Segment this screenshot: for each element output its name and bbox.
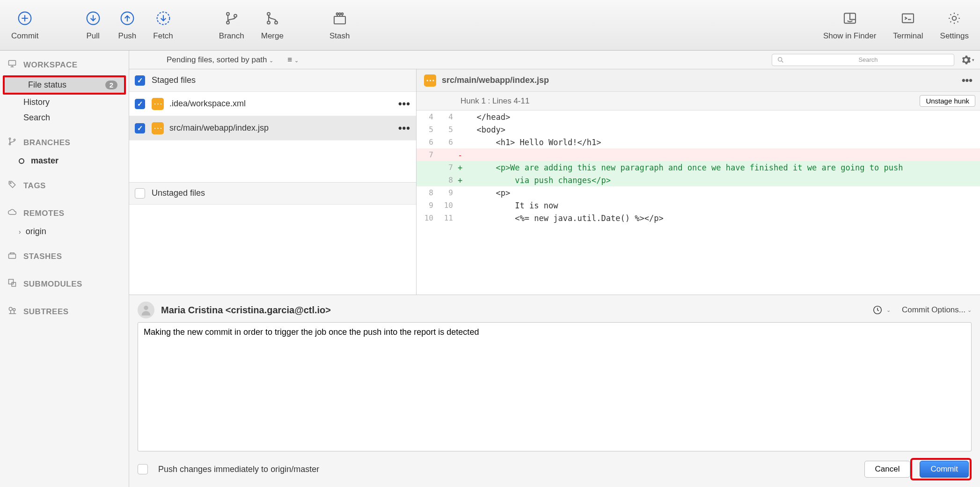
remotes-header[interactable]: REMOTES (0, 203, 129, 224)
push-button[interactable]: Push (112, 7, 143, 44)
submodule-icon (7, 278, 19, 290)
cancel-button[interactable]: Cancel (864, 461, 911, 478)
file-checkbox[interactable] (135, 123, 145, 133)
push-immediately-checkbox[interactable] (138, 464, 148, 474)
modified-icon: ⋯ (152, 122, 164, 134)
unstage-hunk-button[interactable]: Unstage hunk (920, 95, 975, 107)
diff-line[interactable]: 66 <h1> Hello World!</h1> (417, 136, 980, 148)
diff-line[interactable]: 7- (417, 148, 980, 161)
terminal-label: Terminal (893, 31, 923, 41)
sidebar-item-origin[interactable]: › origin (0, 224, 129, 239)
tag-icon (7, 180, 19, 192)
cloud-icon (7, 207, 19, 219)
monitor-icon (7, 59, 19, 71)
diff-line[interactable]: 910 It is now (417, 199, 980, 212)
branch-icon (223, 10, 240, 27)
pull-button[interactable]: Pull (78, 7, 108, 44)
diff-file-header: ⋯ src/main/webapp/index.jsp ••• (417, 69, 980, 92)
stash-button[interactable]: Stash (323, 7, 356, 44)
sidebar-item-file-status[interactable]: File status 2 (5, 77, 124, 93)
file-actions-menu[interactable]: ••• (398, 98, 410, 110)
file-path: .idea/workspace.xml (169, 99, 246, 109)
staged-all-checkbox[interactable] (135, 75, 145, 86)
diff-actions-menu[interactable]: ••• (962, 74, 973, 87)
pull-label: Pull (86, 31, 99, 41)
plus-circle-icon (16, 10, 33, 27)
terminal-icon (900, 10, 916, 27)
stashes-header[interactable]: STASHES (0, 246, 129, 267)
diff-settings-menu[interactable]: ▾ (961, 55, 974, 65)
pending-files-dropdown[interactable]: Pending files, sorted by path ⌄ (167, 55, 273, 65)
svg-rect-23 (9, 280, 14, 284)
svg-point-27 (778, 57, 782, 61)
file-row[interactable]: ⋯ .idea/workspace.xml ••• (129, 92, 416, 116)
unstaged-all-checkbox[interactable] (135, 188, 145, 199)
fetch-icon (155, 10, 172, 27)
merge-button[interactable]: Merge (255, 7, 290, 44)
file-actions-menu[interactable]: ••• (398, 122, 410, 134)
view-mode-dropdown[interactable]: ≡ ⌄ (287, 55, 299, 65)
filter-bar: Pending files, sorted by path ⌄ ≡ ⌄ Sear… (129, 51, 980, 69)
current-branch-icon (19, 158, 24, 164)
toolbar: Commit Pull Push Fetch Branch Merge (0, 0, 980, 51)
branches-header[interactable]: BRANCHES (0, 132, 129, 153)
fetch-button[interactable]: Fetch (146, 7, 180, 44)
diff-line[interactable]: 44 </head> (417, 111, 980, 123)
submodules-header[interactable]: SUBMODULES (0, 273, 129, 295)
sidebar-item-master[interactable]: master (0, 153, 129, 169)
merge-label: Merge (261, 31, 284, 41)
sidebar-item-label: master (31, 156, 59, 166)
file-row[interactable]: ⋯ src/main/webapp/index.jsp ••• (129, 116, 416, 140)
push-immediately-label: Push changes immediately to origin/maste… (158, 465, 319, 474)
svg-point-8 (267, 21, 270, 24)
commit-options-dropdown[interactable]: Commit Options... ⌄ (902, 305, 972, 315)
diff-line[interactable]: 55 <body> (417, 123, 980, 136)
arrow-up-circle-icon (119, 10, 136, 27)
arrow-down-circle-icon (85, 10, 102, 27)
commit-label: Commit (11, 31, 39, 41)
svg-point-28 (144, 306, 148, 310)
subtrees-header[interactable]: SUBTREES (0, 301, 129, 322)
modified-icon: ⋯ (152, 98, 164, 110)
search-input[interactable]: Search (772, 54, 954, 66)
terminal-button[interactable]: Terminal (886, 7, 929, 44)
svg-rect-15 (902, 14, 914, 22)
chevron-down-icon: ⌄ (269, 58, 273, 63)
svg-rect-17 (9, 60, 16, 65)
show-in-finder-button[interactable]: Show in Finder (817, 7, 883, 44)
commit-submit-button[interactable]: Commit (920, 461, 969, 478)
diff-line[interactable]: 7+ <p>We are adding this new paragraph a… (417, 161, 980, 174)
file-checkbox[interactable] (135, 99, 145, 109)
workspace-header[interactable]: WORKSPACE (0, 54, 129, 75)
svg-rect-10 (334, 16, 345, 24)
svg-point-6 (234, 14, 237, 17)
diff-body[interactable]: 44 </head>55 <body>66 <h1> Hello World!<… (417, 111, 980, 295)
branch-button[interactable]: Branch (212, 7, 251, 44)
sidebar-item-label: File status (28, 80, 66, 90)
settings-button[interactable]: Settings (934, 7, 975, 44)
svg-point-19 (9, 143, 10, 145)
diff-line[interactable]: 89 <p> (417, 186, 980, 199)
stash-icon (331, 10, 348, 27)
commit-button[interactable]: Commit (5, 7, 45, 44)
svg-point-9 (275, 21, 278, 24)
branch-icon (7, 137, 19, 148)
commit-author: Maria Cristina <cristina.garcia@ctl.io> (161, 305, 331, 316)
modified-icon: ⋯ (424, 74, 436, 87)
tags-header[interactable]: TAGS (0, 175, 129, 196)
svg-point-20 (14, 139, 15, 140)
diff-line[interactable]: 1011 <%= new java.util.Date() %></p> (417, 212, 980, 224)
commit-history-dropdown[interactable]: ⌄ (872, 305, 891, 315)
sidebar: WORKSPACE File status 2 History Search B… (0, 51, 129, 487)
sidebar-item-search[interactable]: Search (0, 110, 129, 125)
file-path: src/main/webapp/index.jsp (169, 123, 269, 133)
diff-line[interactable]: 8+ via push changes</p> (417, 174, 980, 186)
commit-message-input[interactable] (138, 322, 972, 451)
stash-icon (7, 251, 19, 262)
sidebar-item-history[interactable]: History (0, 95, 129, 110)
svg-point-5 (227, 21, 229, 24)
svg-point-11 (336, 13, 338, 15)
list-icon: ≡ (287, 55, 292, 64)
stash-label: Stash (329, 31, 350, 41)
finder-label: Show in Finder (823, 31, 876, 41)
